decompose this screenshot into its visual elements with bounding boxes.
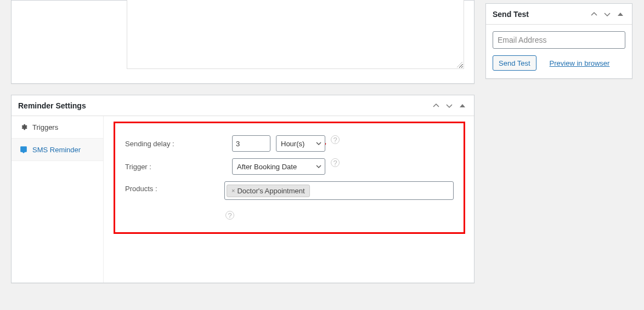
send-test-button[interactable]: Send Test — [493, 55, 536, 71]
trigger-select[interactable]: After Booking Date — [232, 158, 325, 175]
tab-triggers-label: Triggers — [32, 123, 58, 131]
chevron-down-icon — [316, 141, 321, 146]
help-icon[interactable]: ? — [331, 158, 340, 167]
send-test-header: Send Test — [486, 4, 632, 25]
tab-triggers[interactable]: Triggers — [12, 116, 103, 139]
trigger-row: Trigger : After Booking Date ? — [125, 155, 454, 178]
move-down-button[interactable] — [444, 101, 454, 111]
svg-line-0 — [457, 62, 462, 67]
help-icon[interactable]: ? — [225, 211, 234, 220]
tab-sms-reminder-label: SMS Reminder — [32, 146, 81, 154]
send-test-title: Send Test — [493, 10, 589, 19]
move-down-button[interactable] — [602, 9, 612, 19]
email-address-input[interactable] — [493, 31, 625, 49]
tab-content: Sending delay : Hour(s) ? Trigger : — [104, 116, 474, 283]
reminder-settings-title: Reminder Settings — [18, 101, 431, 110]
reminder-settings-metabox: Reminder Settings Triggers — [11, 95, 474, 283]
send-test-actions: Send Test Preview in browser — [493, 55, 625, 71]
trigger-value: After Booking Date — [237, 163, 297, 171]
move-up-button[interactable] — [589, 9, 599, 19]
metabox-header-controls — [589, 9, 625, 19]
products-select[interactable]: × Doctor's Appointment — [224, 181, 454, 200]
chat-icon — [19, 145, 28, 154]
resize-grip-icon[interactable] — [457, 62, 462, 67]
editor-metabox — [11, 0, 474, 84]
annotation-highlight-box: Sending delay : Hour(s) ? Trigger : — [114, 122, 465, 234]
svg-line-2 — [461, 66, 462, 67]
remove-tag-button[interactable]: × — [231, 188, 235, 194]
chevron-up-icon — [433, 102, 439, 109]
chevron-up-icon — [591, 11, 597, 18]
products-label: Products : — [125, 181, 224, 193]
sending-delay-label: Sending delay : — [125, 140, 232, 148]
reminder-settings-body: Triggers SMS Reminder — [12, 116, 474, 283]
metabox-header-controls — [431, 101, 467, 111]
products-row: Products : × Doctor's Appointment ? — [125, 178, 454, 220]
tab-sms-reminder[interactable]: SMS Reminder — [12, 139, 103, 161]
content-textarea[interactable] — [127, 0, 464, 69]
trigger-label: Trigger : — [125, 163, 232, 171]
move-up-button[interactable] — [431, 101, 441, 111]
chevron-down-icon — [316, 164, 321, 169]
gear-icon — [19, 123, 28, 131]
sending-delay-unit-value: Hour(s) — [281, 140, 304, 148]
reminder-settings-header: Reminder Settings — [12, 95, 474, 116]
chevron-down-icon — [604, 11, 611, 18]
product-tag-label: Doctor's Appointment — [237, 187, 304, 195]
help-icon[interactable]: ? — [331, 135, 340, 144]
settings-side-tabs: Triggers SMS Reminder — [12, 116, 104, 283]
chevron-down-icon — [446, 102, 453, 109]
product-tag: × Doctor's Appointment — [227, 185, 310, 197]
sending-delay-row: Sending delay : Hour(s) ? — [125, 132, 454, 155]
toggle-panel-button[interactable] — [615, 9, 625, 19]
toggle-panel-button[interactable] — [457, 101, 467, 111]
caret-up-icon — [460, 103, 465, 108]
sending-delay-unit-select[interactable]: Hour(s) — [276, 135, 325, 152]
send-test-body: Send Test Preview in browser — [486, 25, 632, 78]
caret-up-icon — [618, 12, 623, 17]
send-test-metabox: Send Test Send Test Preview in browser — [485, 3, 632, 79]
svg-line-1 — [459, 64, 462, 67]
sending-delay-input[interactable] — [232, 135, 270, 152]
preview-in-browser-link[interactable]: Preview in browser — [550, 59, 610, 67]
